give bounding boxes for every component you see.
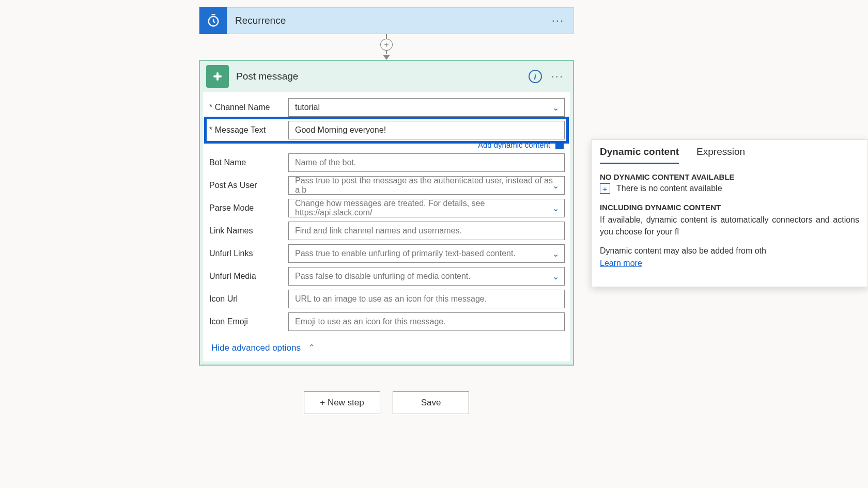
input-icon-url[interactable]: URL to an image to use as an icon for th… bbox=[288, 290, 565, 308]
label-unfurl-links: Unfurl Links bbox=[208, 249, 288, 258]
row-unfurl-links: Unfurl Links Pass true to enable unfurli… bbox=[208, 244, 565, 263]
input-message-text[interactable]: Good Morning everyone! bbox=[288, 121, 565, 139]
tab-expression[interactable]: Expression bbox=[696, 146, 745, 164]
also-paragraph: Dynamic content may also be added from o… bbox=[600, 245, 859, 269]
input-icon-emoji[interactable]: Emoji to use as an icon for this message… bbox=[288, 312, 565, 331]
including-paragraph: If available, dynamic content is automat… bbox=[600, 214, 859, 238]
label-link-names: Link Names bbox=[208, 226, 288, 235]
flow-connector: + bbox=[377, 34, 396, 60]
row-unfurl-media: Unfurl Media Pass false to disable unfur… bbox=[208, 267, 565, 286]
post-message-header[interactable]: Post message i ··· bbox=[200, 61, 573, 92]
info-icon[interactable]: i bbox=[529, 70, 542, 83]
chevron-down-icon[interactable]: ⌄ bbox=[552, 203, 559, 213]
add-action-button[interactable]: + bbox=[380, 39, 393, 51]
dynamic-panel-tabs: Dynamic content Expression bbox=[592, 140, 867, 164]
row-post-as-user: Post As User Pass true to post the messa… bbox=[208, 176, 565, 195]
save-button[interactable]: Save bbox=[393, 391, 469, 414]
add-dynamic-content-link[interactable]: Add dynamic content bbox=[208, 140, 564, 149]
input-unfurl-media[interactable]: Pass false to disable unfurling of media… bbox=[288, 267, 565, 286]
row-bot-name: Bot Name Name of the bot. bbox=[208, 153, 565, 172]
flow-designer-canvas: Recurrence ··· + Post message i ··· * Ch… bbox=[0, 0, 868, 488]
new-step-button[interactable]: + New step bbox=[304, 391, 380, 414]
post-message-card: Post message i ··· * Channel Name tutori… bbox=[199, 60, 574, 366]
row-message-text: * Message Text Good Morning everyone! bbox=[208, 121, 565, 139]
footer-actions: + New step Save bbox=[304, 391, 469, 414]
recurrence-card[interactable]: Recurrence ··· bbox=[199, 7, 574, 34]
input-post-as-user[interactable]: Pass true to post the message as the aut… bbox=[288, 176, 565, 195]
row-icon-emoji: Icon Emoji Emoji to use as an icon for t… bbox=[208, 312, 565, 331]
svg-rect-2 bbox=[216, 72, 219, 81]
add-content-icon[interactable]: + bbox=[600, 183, 610, 194]
recurrence-icon bbox=[199, 7, 227, 34]
label-icon-emoji: Icon Emoji bbox=[208, 317, 288, 326]
hide-advanced-options-link[interactable]: Hide advanced options ⌃ bbox=[208, 342, 315, 353]
input-link-names[interactable]: Find and link channel names and username… bbox=[288, 222, 565, 240]
input-parse-mode[interactable]: Change how messages are treated. For det… bbox=[288, 199, 565, 217]
including-heading: INCLUDING DYNAMIC CONTENT bbox=[600, 203, 859, 212]
label-message-text: * Message Text bbox=[208, 125, 288, 135]
no-content-row: + There is no content available bbox=[600, 183, 859, 194]
no-content-text: There is no content available bbox=[616, 184, 722, 193]
input-channel-name[interactable]: tutorial ⌄ bbox=[288, 98, 565, 117]
slack-icon bbox=[206, 65, 229, 88]
row-parse-mode: Parse Mode Change how messages are treat… bbox=[208, 199, 565, 217]
chevron-down-icon[interactable]: ⌄ bbox=[552, 272, 559, 281]
chevron-down-icon[interactable]: ⌄ bbox=[552, 249, 559, 259]
label-post-as-user: Post As User bbox=[208, 181, 288, 190]
no-content-heading: NO DYNAMIC CONTENT AVAILABLE bbox=[600, 172, 859, 181]
label-unfurl-media: Unfurl Media bbox=[208, 272, 288, 281]
row-link-names: Link Names Find and link channel names a… bbox=[208, 222, 565, 240]
dynamic-content-toggle-icon[interactable] bbox=[555, 141, 564, 149]
tab-dynamic-content[interactable]: Dynamic content bbox=[600, 146, 679, 164]
chevron-down-icon[interactable]: ⌄ bbox=[552, 181, 559, 191]
post-message-menu-icon[interactable]: ··· bbox=[551, 70, 564, 83]
dynamic-content-panel: Dynamic content Expression NO DYNAMIC CO… bbox=[591, 139, 868, 287]
recurrence-menu-icon[interactable]: ··· bbox=[542, 14, 574, 27]
dynamic-panel-content: NO DYNAMIC CONTENT AVAILABLE + There is … bbox=[592, 164, 867, 287]
arrow-down-icon bbox=[383, 55, 390, 60]
label-icon-url: Icon Url bbox=[208, 294, 288, 304]
label-bot-name: Bot Name bbox=[208, 158, 288, 167]
label-channel-name: * Channel Name bbox=[208, 103, 288, 112]
row-channel-name: * Channel Name tutorial ⌄ bbox=[208, 98, 565, 117]
row-icon-url: Icon Url URL to an image to use as an ic… bbox=[208, 290, 565, 308]
learn-more-link[interactable]: Learn more bbox=[600, 259, 642, 267]
post-message-body: * Channel Name tutorial ⌄ * Message Text… bbox=[203, 92, 570, 361]
chevron-up-icon: ⌃ bbox=[308, 342, 315, 353]
input-unfurl-links[interactable]: Pass true to enable unfurling of primari… bbox=[288, 244, 565, 263]
label-parse-mode: Parse Mode bbox=[208, 203, 288, 213]
chevron-down-icon[interactable]: ⌄ bbox=[552, 103, 559, 113]
post-message-title: Post message bbox=[229, 71, 529, 82]
recurrence-title: Recurrence bbox=[227, 15, 542, 26]
input-bot-name[interactable]: Name of the bot. bbox=[288, 153, 565, 172]
